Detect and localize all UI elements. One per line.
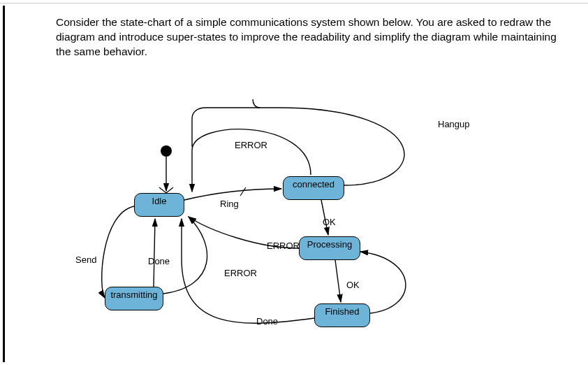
transition-arrows (70, 77, 489, 357)
question-prompt: Consider the state-chart of a simple com… (56, 15, 560, 59)
left-border-bar (3, 6, 5, 362)
top-rule (0, 3, 588, 3)
state-chart-diagram: Idle connected Processing Finished trans… (70, 77, 489, 357)
